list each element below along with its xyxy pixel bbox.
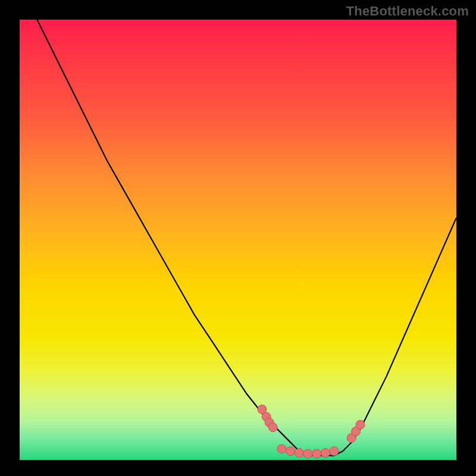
- data-point: [356, 420, 365, 429]
- data-point: [330, 447, 339, 456]
- chart-stage: TheBottleneck.com: [0, 0, 476, 476]
- chart-svg: [0, 0, 476, 476]
- data-point: [268, 423, 277, 432]
- data-point: [286, 447, 295, 456]
- data-point: [321, 449, 330, 458]
- gradient-plot-area: [20, 20, 456, 460]
- data-point: [303, 449, 312, 458]
- data-point: [277, 444, 286, 453]
- data-point: [312, 449, 321, 458]
- data-point: [295, 449, 303, 458]
